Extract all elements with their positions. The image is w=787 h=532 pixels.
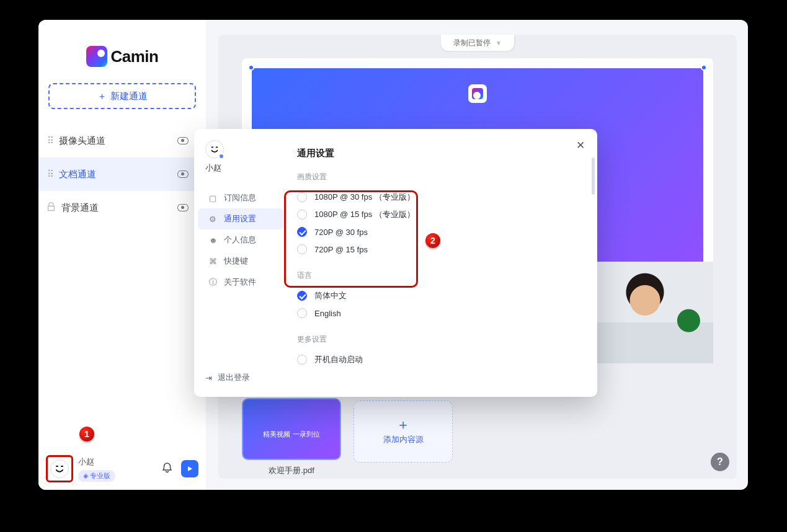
annotation-badge-2: 2 [425, 233, 440, 248]
visibility-icon[interactable] [177, 171, 189, 178]
sidebar: Camin ＋ 新建通道 ⠿ 摄像头通道 › ⠿ 文档通道 › [38, 20, 206, 490]
app-logo-mark [86, 46, 107, 67]
chevron-down-icon: ▼ [496, 40, 502, 47]
document-caption: 欢迎手册.pdf [242, 465, 341, 476]
record-status-pill[interactable]: 录制已暂停 ▼ [441, 35, 514, 51]
camera-photo [577, 262, 713, 363]
radio-icon [297, 355, 307, 365]
app-logo: Camin [38, 46, 206, 67]
section-quality-header: 画质设置 [297, 172, 579, 182]
annotation-box-2 [284, 190, 418, 288]
language-option-en[interactable]: English [297, 304, 579, 322]
language-option-zh[interactable]: 简体中文 [297, 287, 579, 304]
sidebar-footer: 小赵 ◈ 专业版 [46, 455, 198, 482]
logout-button[interactable]: ⇥ 退出登录 [194, 367, 287, 388]
app-logo-mark [472, 88, 483, 99]
document-source-tile[interactable]: 精美视频 一录到位 欢迎手册.pdf [242, 398, 341, 476]
nav-about[interactable]: ⓘ 关于软件 [198, 272, 283, 293]
logout-icon: ⇥ [205, 373, 212, 383]
new-channel-button[interactable]: ＋ 新建通道 [48, 83, 196, 109]
nav-general[interactable]: ⚙ 通用设置 [198, 208, 283, 229]
preview-app-badge [468, 84, 487, 103]
record-status-label: 录制已暂停 [453, 38, 491, 48]
camera-preview[interactable] [577, 262, 713, 363]
nav-shortcuts[interactable]: ⌘ 快捷键 [198, 250, 283, 272]
channel-label: 摄像头通道 [59, 135, 105, 147]
app-name: Camin [111, 47, 159, 66]
channel-item-background[interactable]: 背景通道 › [38, 191, 206, 224]
smile-avatar-icon [50, 459, 69, 478]
resize-handle-top-left[interactable] [248, 64, 254, 71]
channel-label: 文档通道 [59, 169, 96, 180]
channel-label: 背景通道 [61, 202, 99, 214]
add-source-label: 添加内容源 [383, 434, 424, 445]
settings-user: 小赵 [194, 140, 287, 174]
status-dot-icon [218, 153, 225, 159]
channel-item-camera[interactable]: ⠿ 摄像头通道 › [38, 124, 206, 157]
nav-profile[interactable]: ☻ 个人信息 [198, 229, 283, 250]
notifications-button[interactable] [162, 462, 172, 476]
keyboard-icon: ⌘ [209, 257, 218, 266]
section-more-header: 更多设置 [297, 334, 579, 345]
plus-icon: ＋ [97, 91, 107, 102]
new-channel-label: 新建通道 [110, 91, 148, 102]
user-name: 小赵 [78, 456, 115, 468]
section-more: 更多设置 开机自动启动 [297, 334, 579, 368]
play-button[interactable] [181, 460, 198, 477]
settings-user-name: 小赵 [205, 162, 276, 174]
lock-icon [47, 202, 55, 213]
info-icon: ⓘ [209, 277, 218, 288]
scrollbar[interactable] [592, 157, 595, 195]
channel-list: ⠿ 摄像头通道 › ⠿ 文档通道 › 背景通道 [38, 124, 206, 224]
autostart-option[interactable]: 开机自动启动 [297, 351, 579, 368]
plus-icon: ＋ [396, 418, 410, 432]
radio-icon-checked [297, 291, 307, 301]
diamond-icon: ◈ [83, 472, 88, 480]
drag-handle-icon[interactable]: ⠿ [47, 169, 53, 180]
nav-subscription[interactable]: ▢ 订阅信息 [198, 187, 283, 208]
help-button[interactable]: ? [711, 453, 729, 471]
smile-avatar-icon [205, 140, 224, 159]
add-source-button[interactable]: ＋ 添加内容源 [353, 401, 453, 463]
gear-icon: ⚙ [209, 215, 218, 224]
bookmark-icon: ▢ [209, 193, 218, 203]
annotation-badge-1: 1 [79, 427, 94, 441]
visibility-icon[interactable] [177, 204, 189, 211]
user-avatar-button[interactable] [46, 455, 73, 482]
close-button[interactable]: ✕ [576, 139, 585, 152]
settings-nav: ▢ 订阅信息 ⚙ 通用设置 ☻ 个人信息 ⌘ 快捷键 ⓘ 关于软件 [194, 187, 287, 293]
resize-handle-top-right[interactable] [701, 64, 707, 71]
app-window: Camin ＋ 新建通道 ⠿ 摄像头通道 › ⠿ 文档通道 › [38, 20, 748, 490]
visibility-icon[interactable] [177, 137, 189, 144]
settings-title: 通用设置 [297, 148, 579, 159]
drag-handle-icon[interactable]: ⠿ [47, 135, 53, 146]
channel-item-document[interactable]: ⠿ 文档通道 › [38, 157, 206, 191]
pro-badge: ◈ 专业版 [78, 470, 115, 482]
document-thumbnail: 精美视频 一录到位 [242, 398, 341, 460]
radio-icon [297, 308, 307, 318]
settings-sidebar: 小赵 ▢ 订阅信息 ⚙ 通用设置 ☻ 个人信息 ⌘ 快捷键 [194, 129, 287, 397]
user-icon: ☻ [209, 236, 218, 245]
